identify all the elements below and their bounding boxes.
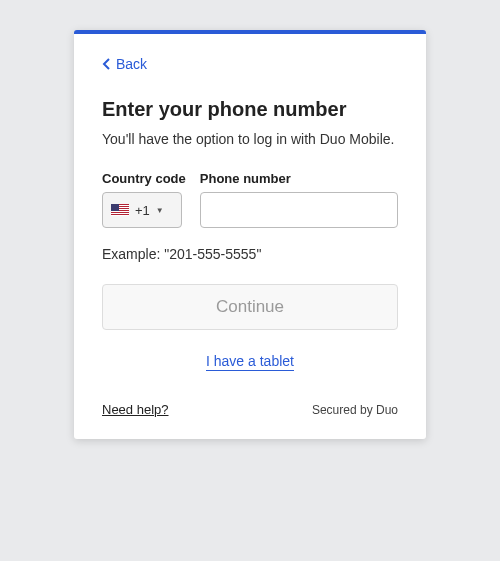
chevron-down-icon: ▼ <box>156 206 164 215</box>
example-text: Example: "201-555-5555" <box>102 246 398 262</box>
country-code-label: Country code <box>102 171 186 186</box>
phone-number-group: Phone number <box>200 171 398 228</box>
country-code-group: Country code +1 ▼ <box>102 171 186 228</box>
chevron-left-icon <box>102 58 112 70</box>
help-link[interactable]: Need help? <box>102 402 169 417</box>
back-button[interactable]: Back <box>102 56 147 72</box>
phone-number-label: Phone number <box>200 171 398 186</box>
back-label: Back <box>116 56 147 72</box>
country-code-select[interactable]: +1 ▼ <box>102 192 182 228</box>
country-code-value: +1 <box>135 203 150 218</box>
secured-by: Secured by Duo <box>312 403 398 417</box>
continue-button[interactable]: Continue <box>102 284 398 330</box>
phone-row: Country code +1 ▼ Phone number <box>102 171 398 228</box>
enrollment-card: Back Enter your phone number You'll have… <box>74 30 426 439</box>
footer: Need help? Secured by Duo <box>102 402 398 417</box>
tablet-link[interactable]: I have a tablet <box>206 353 294 371</box>
us-flag-icon <box>111 204 129 216</box>
phone-number-input[interactable] <box>200 192 398 228</box>
page-subtitle: You'll have the option to log in with Du… <box>102 131 398 147</box>
page-title: Enter your phone number <box>102 98 398 121</box>
tablet-link-row: I have a tablet <box>102 352 398 370</box>
